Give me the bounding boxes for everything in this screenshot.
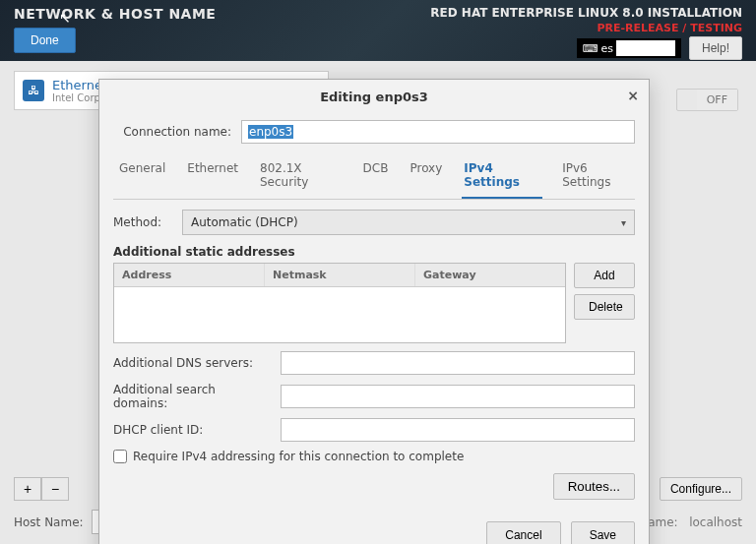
chevron-down-icon: ▾ (621, 217, 626, 228)
require-ipv4-checkbox[interactable] (113, 450, 127, 463)
dns-row: Additional DNS servers: (113, 351, 635, 375)
dns-input[interactable] (281, 351, 635, 375)
keyboard-layout-text: es (600, 42, 613, 55)
toggle-off: OFF (697, 90, 737, 110)
connection-name-input[interactable]: enp0s3 (241, 120, 635, 144)
toggle-on (677, 90, 697, 110)
dhcp-id-label: DHCP client ID: (113, 423, 271, 437)
addresses-table-header: AddressNetmaskGateway (114, 264, 565, 287)
cancel-button[interactable]: Cancel (486, 521, 560, 544)
hostname-label: Host Name: (14, 515, 84, 529)
method-value: Automatic (DHCP) (191, 215, 298, 229)
method-select[interactable]: Automatic (DHCP) ▾ (182, 210, 635, 235)
search-domains-label: Additional search domains: (113, 383, 271, 410)
tabs: GeneralEthernet802.1X SecurityDCBProxyIP… (113, 153, 635, 200)
require-ipv4-label: Require IPv4 addressing for this connect… (133, 450, 464, 463)
cursor-icon: ↖ (59, 10, 71, 26)
addresses-row: AddressNetmaskGateway Add Delete (113, 263, 635, 343)
col-header-address: Address (114, 264, 265, 286)
add-remove-buttons: + − (14, 477, 69, 501)
col-header-netmask: Netmask (265, 264, 415, 286)
tab-dcb[interactable]: DCB (361, 153, 391, 199)
add-address-button[interactable]: Add (574, 263, 635, 288)
top-bar: NETWORK & HOST NAME Done ↖ RED HAT ENTER… (0, 0, 756, 61)
address-buttons: Add Delete (574, 263, 635, 343)
tab-ethernet[interactable]: Ethernet (185, 153, 240, 199)
ethernet-icon: 🖧 (23, 80, 44, 101)
close-icon[interactable]: × (627, 88, 639, 103)
connection-name-label: Connection name: (113, 125, 231, 139)
routes-button[interactable]: Routes... (553, 473, 635, 500)
method-label: Method: (113, 215, 172, 229)
tab-ipv6-settings[interactable]: IPv6 Settings (560, 153, 631, 199)
configure-button[interactable]: Configure... (660, 477, 742, 501)
tab-general[interactable]: General (117, 153, 167, 199)
search-domains-input[interactable] (281, 385, 635, 408)
dns-label: Additional DNS servers: (113, 356, 271, 370)
dialog-title: Editing enp0s3 (320, 90, 428, 104)
routes-row: Routes... (113, 473, 635, 500)
dhcp-id-row: DHCP client ID: (113, 418, 635, 442)
tab-802-1x-security[interactable]: 802.1X Security (258, 153, 344, 199)
search-domains-row: Additional search domains: (113, 383, 635, 410)
top-bar-left: NETWORK & HOST NAME Done (14, 6, 216, 55)
save-button[interactable]: Save (571, 521, 635, 544)
static-addresses-title: Additional static addresses (113, 245, 635, 259)
remove-interface-button[interactable]: − (41, 477, 69, 501)
dhcp-id-input[interactable] (281, 418, 635, 442)
col-header-gateway: Gateway (415, 264, 565, 286)
require-ipv4-row: Require IPv4 addressing for this connect… (113, 450, 635, 463)
top-bar-right: RED HAT ENTERPRISE LINUX 8.0 INSTALLATIO… (430, 6, 742, 55)
keyboard-blank (616, 40, 675, 56)
dialog-body: Connection name: enp0s3 GeneralEthernet8… (99, 114, 649, 512)
addresses-table[interactable]: AddressNetmaskGateway (113, 263, 566, 343)
installer-title: RED HAT ENTERPRISE LINUX 8.0 INSTALLATIO… (430, 6, 742, 20)
keyboard-icon: ⌨ (583, 42, 598, 55)
dialog-footer: Cancel Save (99, 512, 649, 544)
edit-connection-dialog: Editing enp0s3 × Connection name: enp0s3… (98, 79, 650, 544)
delete-address-button[interactable]: Delete (574, 294, 635, 320)
done-button[interactable]: Done (14, 28, 76, 53)
connection-name-row: Connection name: enp0s3 (113, 120, 635, 144)
prerelease-warning: PRE-RELEASE / TESTING (597, 22, 742, 34)
keyboard-layout-indicator[interactable]: ⌨ es (577, 38, 681, 58)
dialog-header: Editing enp0s3 × (99, 80, 649, 114)
page-title: NETWORK & HOST NAME (14, 6, 216, 22)
interface-toggle[interactable]: OFF (676, 89, 738, 111)
add-interface-button[interactable]: + (14, 477, 41, 501)
method-row: Method: Automatic (DHCP) ▾ (113, 210, 635, 235)
keyboard-help-row: ⌨ es Help! (577, 36, 742, 60)
current-hostname-value: localhost (689, 515, 742, 529)
tab-ipv4-settings[interactable]: IPv4 Settings (462, 153, 542, 199)
tab-proxy[interactable]: Proxy (408, 153, 444, 199)
help-button[interactable]: Help! (689, 36, 742, 60)
